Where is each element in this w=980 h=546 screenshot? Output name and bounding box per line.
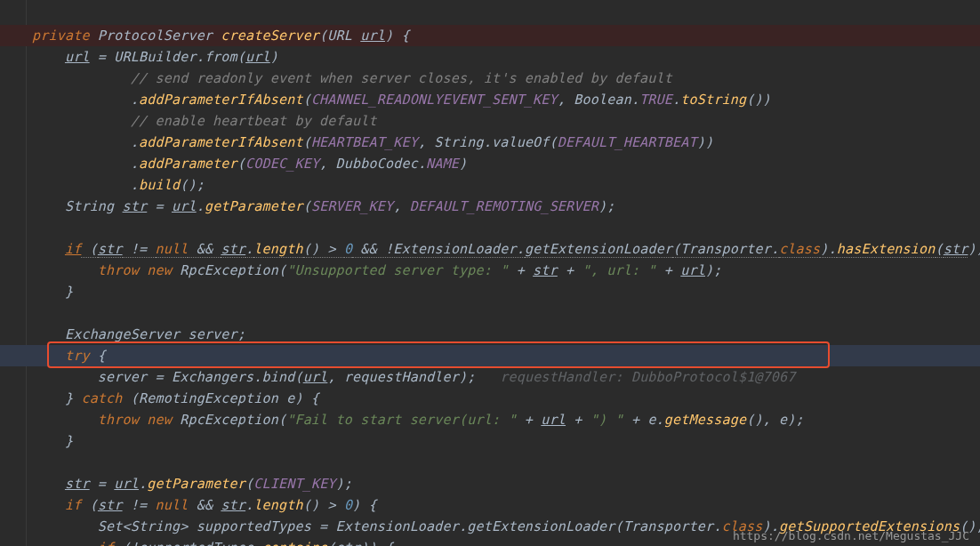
- m: bind: [261, 369, 294, 385]
- t: (Transporter.: [615, 518, 721, 534]
- comment: // send readonly event when server close…: [131, 70, 672, 86]
- t: (: [550, 134, 558, 150]
- n: 0: [344, 241, 352, 258]
- c: NAME: [426, 156, 459, 172]
- code-area[interactable]: private ProtocolServer createServer(URL …: [32, 4, 980, 546]
- s: ", url: ": [582, 262, 656, 278]
- kw: class: [779, 241, 820, 258]
- t: ): [270, 49, 278, 65]
- ne: !=: [123, 241, 156, 258]
- var: url: [65, 49, 90, 65]
- p: url: [172, 198, 197, 214]
- t: &&: [188, 241, 221, 258]
- t: .: [131, 134, 139, 150]
- c: SERVER_KEY: [311, 198, 393, 214]
- t: }: [65, 433, 73, 449]
- c: TRUE: [639, 92, 672, 108]
- kw: throw new: [98, 412, 172, 428]
- t: RpcException(: [172, 262, 286, 278]
- t: + e.: [623, 412, 664, 428]
- c: HEARTBEAT_KEY: [311, 134, 418, 150]
- t: .: [131, 92, 139, 108]
- m: length: [253, 497, 302, 513]
- argtype: URL: [327, 28, 352, 44]
- t: }: [65, 284, 73, 300]
- kw: catch: [81, 390, 122, 406]
- t: (: [303, 198, 311, 214]
- t: .: [672, 92, 680, 108]
- t: () >: [303, 497, 344, 513]
- t: =: [147, 198, 172, 214]
- t: .: [131, 156, 139, 172]
- kw: if: [98, 540, 114, 546]
- watermark: https://blog.csdn.net/Megustas_JJC: [733, 529, 969, 542]
- t: &&: [188, 497, 221, 513]
- v: str: [533, 262, 558, 278]
- m: addParameterIfAbsent: [139, 134, 303, 150]
- t: )) {: [968, 241, 980, 257]
- p: url: [114, 476, 139, 492]
- t: {: [90, 348, 106, 364]
- t: =: [90, 476, 115, 492]
- t: +: [517, 412, 542, 428]
- t: ()): [746, 92, 771, 108]
- v: str: [98, 497, 123, 513]
- kw: try: [65, 348, 90, 364]
- v: str: [221, 241, 245, 258]
- m: valueOf: [492, 134, 550, 150]
- v: str: [336, 540, 361, 546]
- t: )): [697, 134, 713, 150]
- method: createServer: [221, 28, 319, 44]
- t: ) {: [385, 28, 410, 44]
- t: ) {: [352, 497, 377, 513]
- t: ).: [820, 241, 836, 258]
- m: build: [139, 177, 180, 193]
- kw: throw new: [98, 262, 172, 278]
- kw: if: [65, 497, 81, 513]
- t: (: [81, 241, 97, 258]
- n: 0: [344, 497, 352, 513]
- t: }: [65, 390, 81, 406]
- kw: null: [156, 497, 189, 513]
- p: url: [245, 49, 270, 65]
- t: (RemotingException e) {: [123, 390, 320, 406]
- kw: null: [156, 241, 189, 258]
- s: "Fail to start server(url: ": [286, 412, 516, 428]
- t: = URLBuilder.: [90, 49, 205, 65]
- t: .: [245, 497, 253, 513]
- m: getParameter: [147, 476, 245, 492]
- v: str: [944, 241, 968, 258]
- c: DEFAULT_HEARTBEAT: [558, 134, 697, 150]
- t: ExchangeServer server;: [65, 326, 245, 342]
- m: getMessage: [664, 412, 746, 428]
- m: from: [205, 49, 237, 65]
- t: , DubboCodec.: [319, 156, 426, 172]
- m: addParameter: [139, 156, 237, 172]
- t: (: [294, 369, 302, 385]
- v: str: [221, 497, 245, 513]
- t: .: [139, 476, 147, 492]
- s: "Unsupported server type: ": [286, 262, 508, 278]
- t: , String.: [418, 134, 492, 150]
- v: url: [541, 412, 566, 428]
- t: (: [303, 134, 311, 150]
- t: ();: [180, 177, 205, 193]
- t: Set<String> supportedTypes = ExtensionLo…: [98, 518, 467, 534]
- t: ): [459, 156, 467, 172]
- m: toString: [680, 92, 746, 108]
- t: !=: [123, 497, 156, 513]
- p: url: [303, 369, 328, 385]
- t: (!supportedTypes.: [114, 540, 261, 546]
- t: String: [65, 198, 123, 214]
- kw: private: [32, 28, 90, 44]
- comment: // enable heartbeat by default: [131, 113, 377, 129]
- t: (: [237, 156, 245, 172]
- inlay-hint: requestHandler: DubboProtocol$1@7067: [476, 369, 796, 385]
- c: CLIENT_KEY: [253, 476, 335, 492]
- t: server = Exchangers.: [98, 369, 262, 385]
- t: (Transporter.: [672, 241, 779, 258]
- v: str: [123, 198, 148, 214]
- c: CODEC_KEY: [245, 156, 319, 172]
- t: +: [566, 412, 590, 428]
- v: str: [98, 241, 123, 258]
